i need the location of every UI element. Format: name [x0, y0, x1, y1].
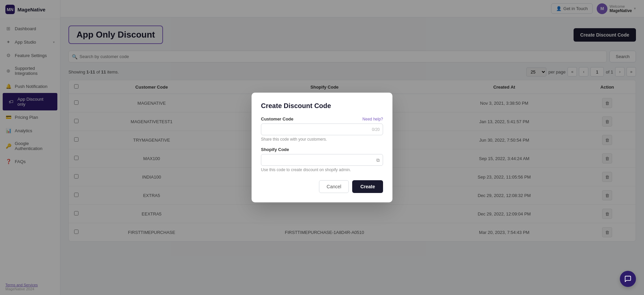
char-count: 0/20 [372, 127, 380, 132]
modal-overlay[interactable]: Create Discount Code Customer Code Need … [0, 0, 644, 295]
customer-code-input[interactable] [261, 124, 383, 135]
modal-actions: Cancel Create [261, 180, 383, 193]
chat-icon [624, 275, 632, 283]
customer-code-group: Customer Code Need help? 0/20 Share this… [261, 116, 383, 142]
create-discount-modal: Create Discount Code Customer Code Need … [252, 93, 392, 202]
chat-button[interactable] [620, 271, 636, 287]
cancel-button[interactable]: Cancel [319, 180, 349, 193]
shopify-code-label-row: Shopify Code [261, 147, 383, 152]
customer-code-hint: Share this code with your customers. [261, 137, 383, 142]
modal-title: Create Discount Code [261, 102, 383, 110]
shopify-code-input[interactable] [261, 154, 383, 166]
shopify-code-input-wrap: ⧉ [261, 154, 383, 166]
customer-code-input-wrap: 0/20 [261, 124, 383, 135]
modal-create-button[interactable]: Create [352, 180, 383, 193]
copy-shopify-code-button[interactable]: ⧉ [376, 157, 380, 163]
shopify-code-label: Shopify Code [261, 147, 289, 152]
shopify-code-group: Shopify Code ⧉ Use this code to create d… [261, 147, 383, 172]
need-help-link[interactable]: Need help? [363, 117, 383, 121]
customer-code-label: Customer Code [261, 116, 293, 121]
customer-code-label-row: Customer Code Need help? [261, 116, 383, 121]
shopify-code-hint: Use this code to create discount on shop… [261, 167, 383, 172]
